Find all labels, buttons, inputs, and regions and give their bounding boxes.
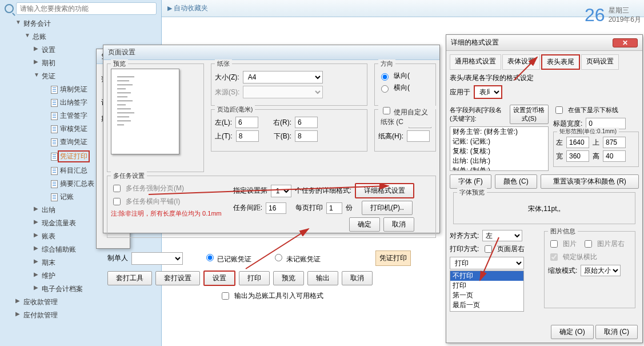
preview-label: 预览 <box>111 59 128 68</box>
source-label: 来源(S): <box>215 88 239 97</box>
lock-ratio-check[interactable] <box>550 253 558 261</box>
rect-left-input[interactable] <box>566 137 589 148</box>
tab-general[interactable]: 通用格式设置 <box>450 54 501 70</box>
apply-to-select[interactable]: 表尾 <box>474 85 502 99</box>
settings-button[interactable]: 设置 <box>203 271 235 286</box>
tab-pagenum[interactable]: 页码设置 <box>581 54 619 70</box>
export-button[interactable]: 输出 <box>307 271 338 285</box>
pagesetup-cancel-button[interactable]: 取消 <box>383 217 414 232</box>
multi-tile-check[interactable] <box>113 198 121 205</box>
dlg2-ok-button[interactable]: 确定 (O) <box>551 325 594 339</box>
field-list[interactable]: 财务主管: (财务主管:) 记账: (记账:) 复核: (复核:) 出纳: (出… <box>450 126 549 171</box>
page-setup-title: 页面设置 <box>103 45 439 60</box>
reset-font-button[interactable]: 重置该项字体和颜色 (R) <box>541 174 639 189</box>
paper-height-input[interactable] <box>407 130 430 142</box>
doc-icon <box>51 138 58 146</box>
margin-right-input[interactable] <box>295 117 318 128</box>
multi-page-check[interactable] <box>113 185 121 192</box>
search-bar <box>0 0 161 17</box>
maker-select[interactable] <box>131 252 183 265</box>
tree-gl[interactable]: ▼总账 <box>14 30 161 43</box>
cancel-button[interactable]: 取消 <box>342 271 373 285</box>
zoom-select[interactable]: 原始大小 <box>581 265 621 276</box>
paper-label: 纸张 <box>215 59 232 68</box>
paper-size-select[interactable]: A4 <box>243 71 323 83</box>
tool-btn[interactable]: 套打设置 <box>155 271 200 285</box>
landscape-radio[interactable] <box>381 85 389 93</box>
print-button[interactable]: 打印 <box>239 271 270 285</box>
pagesetup-ok-button[interactable]: 确定 <box>349 217 380 232</box>
page-right-check[interactable] <box>485 245 492 253</box>
doc-icon <box>51 125 58 133</box>
portrait-radio[interactable] <box>381 73 389 81</box>
date-day: 26 <box>585 5 605 26</box>
doc-icon <box>51 112 58 120</box>
tab-headfoot[interactable]: 表头表尾 <box>541 54 580 70</box>
page-setup-dialog: 页面设置 预览 ━━━━━━━━━━━━━━━━━━━━━━━━━━━━━━━━… <box>103 45 440 233</box>
date-text: 星期三2019年6月 <box>609 6 641 24</box>
margin-top-input[interactable] <box>236 130 259 142</box>
print-mode-select[interactable]: 打印 <box>450 257 524 269</box>
task-index-select[interactable]: 1 <box>271 185 291 197</box>
unposted-radio[interactable] <box>275 254 282 261</box>
paper-source-select[interactable] <box>243 86 323 98</box>
date-badge: 26 星期三2019年6月 <box>585 5 641 26</box>
rect-width-input[interactable] <box>566 150 589 162</box>
margin-top-label: 上(T): <box>215 132 233 141</box>
color-button[interactable]: 颜色 (C) <box>495 174 537 189</box>
font-button[interactable]: 字体 (F) <box>450 174 491 189</box>
tool-btn[interactable]: 套打工具 <box>107 271 152 285</box>
tab-body[interactable]: 表体设置 <box>502 54 540 70</box>
underline-check[interactable] <box>555 106 563 114</box>
dlg2-tabs: 通用格式设置 表体设置 表头表尾 页码设置 <box>446 51 642 70</box>
posted-radio[interactable] <box>206 254 214 261</box>
preview-button[interactable]: 预览 <box>273 271 304 285</box>
margin-bottom-label: 下(B): <box>274 132 291 141</box>
margin-label: 页边距(毫米) <box>215 105 255 114</box>
size-label: 大小(Z): <box>215 73 239 82</box>
fields-label: 各字段列表[字段名(关键字)]: <box>450 106 506 123</box>
doc-icon <box>51 193 58 201</box>
align-select[interactable]: 左 <box>482 230 522 241</box>
print-options-list[interactable]: 不打印 打印 第一页 最后一页 除第一页 <box>450 271 524 312</box>
doc-icon <box>51 153 58 161</box>
voucher-print-tab[interactable]: 凭证打印 <box>375 250 411 266</box>
margin-left-input[interactable] <box>235 117 258 128</box>
doc-icon <box>51 86 58 94</box>
voucher-print-toolbar: 制单人 已记账凭证 未记账凭证 凭证打印 套打工具 套打设置 设置 打印 预览 … <box>103 246 440 306</box>
img-right-check[interactable] <box>585 240 592 248</box>
tree-root[interactable]: ▼财务会计 <box>14 17 161 30</box>
ph-label: 纸高(H): <box>378 132 403 141</box>
multitask-label: 多任务设置 <box>111 172 147 180</box>
doc-icon <box>51 99 58 107</box>
doc-icon <box>51 167 58 175</box>
search-icon <box>5 4 14 13</box>
tree-ap[interactable]: ▶应付款管理 <box>14 309 161 322</box>
printer-button[interactable]: 打印机(P).. <box>362 201 413 215</box>
detail-format-button[interactable]: 详细格式设置 <box>355 183 414 198</box>
orient-label: 方向 <box>378 59 395 68</box>
sec1-label: 表头/表尾各字段的格式设定 <box>450 73 639 83</box>
rect-top-input[interactable] <box>603 137 626 148</box>
custom-paper-check[interactable] <box>383 107 390 114</box>
interval-input[interactable] <box>266 202 286 214</box>
perpage-input[interactable] <box>326 202 342 214</box>
output-format-check[interactable] <box>222 292 229 300</box>
margin-right-label: 右(R): <box>273 118 291 128</box>
margin-left-label: 左(L): <box>215 118 232 128</box>
detail-format-dialog: 详细的格式设置 ✕ 通用格式设置 表体设置 表头表尾 页码设置 表头/表尾各字段… <box>446 34 643 343</box>
font-preview: 宋体,11pt,, <box>457 197 631 214</box>
rect-height-input[interactable] <box>603 150 626 162</box>
page-preview: ━━━━━━━━━━━━━━━━━━━━━━━━━━━━━━━━━━━━━━━━… <box>111 69 179 154</box>
apply-label: 应用于 <box>450 88 470 97</box>
doc-icon <box>51 180 58 188</box>
favorites-bar[interactable]: ▶ 自动收藏夹 <box>162 0 644 17</box>
search-input[interactable] <box>16 2 157 15</box>
dlg2-cancel-button[interactable]: 取消 (C) <box>595 325 638 339</box>
img-check[interactable] <box>550 240 558 248</box>
maker-label: 制单人 <box>107 253 128 263</box>
unit-note: 注:除非注明，所有长度单位均为 0.1mm <box>111 209 222 218</box>
set-currency-button[interactable]: 设置货币格式(S) <box>510 105 549 124</box>
close-button[interactable]: ✕ <box>613 38 638 47</box>
margin-bottom-input[interactable] <box>295 130 318 142</box>
